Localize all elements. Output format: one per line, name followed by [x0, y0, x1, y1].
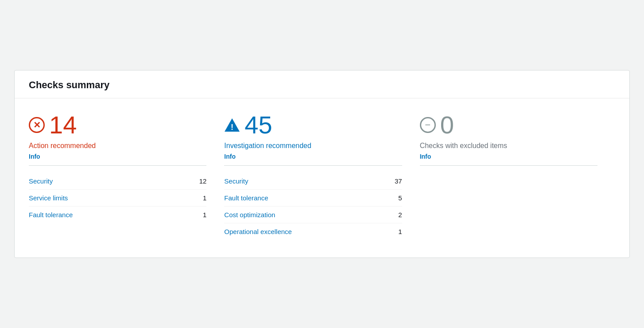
check-item-count: 37: [395, 177, 402, 185]
card-body: ✕14Action recommendedInfoSecurity12Servi…: [15, 98, 629, 258]
check-item-label[interactable]: Operational excellence: [224, 228, 292, 235]
metric-number: 14: [49, 113, 77, 137]
metric-number: 45: [244, 113, 272, 137]
card-title: Checks summary: [29, 79, 615, 91]
check-item-count: 1: [203, 194, 206, 202]
x-circle-icon: ✕: [29, 117, 45, 133]
check-item-label[interactable]: Security: [29, 177, 53, 185]
column-investigation-recommended: ! 45Investigation recommendedInfoSecurit…: [224, 113, 419, 240]
list-item: Operational excellence1: [224, 223, 402, 240]
svg-text:!: !: [231, 123, 233, 132]
check-list: Security12Service limits1Fault tolerance…: [29, 173, 206, 223]
list-item: Fault tolerance1: [29, 207, 206, 223]
metric-row: ✕14: [29, 113, 206, 137]
list-item: Service limits1: [29, 190, 206, 207]
list-item: Fault tolerance5: [224, 190, 402, 207]
triangle-warning-icon: !: [224, 117, 240, 133]
metric-number: 0: [440, 113, 454, 137]
info-link[interactable]: Info: [224, 153, 236, 160]
check-item-label[interactable]: Security: [224, 177, 248, 185]
check-list: Security37Fault tolerance5Cost optimizat…: [224, 173, 402, 240]
section-divider: [29, 165, 206, 166]
check-item-label[interactable]: Fault tolerance: [29, 211, 73, 219]
check-item-count: 12: [199, 177, 207, 185]
card-header: Checks summary: [15, 70, 629, 98]
minus-circle-icon: −: [420, 117, 436, 133]
info-link[interactable]: Info: [29, 153, 40, 160]
list-item: Cost optimization2: [224, 207, 402, 223]
section-divider: [420, 165, 597, 166]
section-divider: [224, 165, 402, 166]
column-action-recommended: ✕14Action recommendedInfoSecurity12Servi…: [29, 113, 224, 240]
metric-label: Checks with excluded items: [420, 141, 597, 151]
metric-row: ! 45: [224, 113, 402, 137]
check-item-label[interactable]: Service limits: [29, 194, 68, 202]
checks-summary-card: Checks summary ✕14Action recommendedInfo…: [14, 70, 630, 258]
list-item: Security37: [224, 173, 402, 190]
metric-label: Investigation recommended: [224, 141, 402, 151]
column-excluded-items: −0Checks with excluded itemsInfo: [420, 113, 615, 240]
check-item-label[interactable]: Cost optimization: [224, 211, 275, 219]
check-item-count: 2: [398, 211, 402, 219]
info-link[interactable]: Info: [420, 153, 431, 160]
list-item: Security12: [29, 173, 206, 190]
check-item-count: 1: [203, 211, 206, 219]
metric-row: −0: [420, 113, 597, 137]
check-item-count: 1: [398, 228, 402, 235]
metric-label: Action recommended: [29, 141, 206, 151]
check-item-count: 5: [398, 194, 402, 202]
check-item-label[interactable]: Fault tolerance: [224, 194, 268, 202]
